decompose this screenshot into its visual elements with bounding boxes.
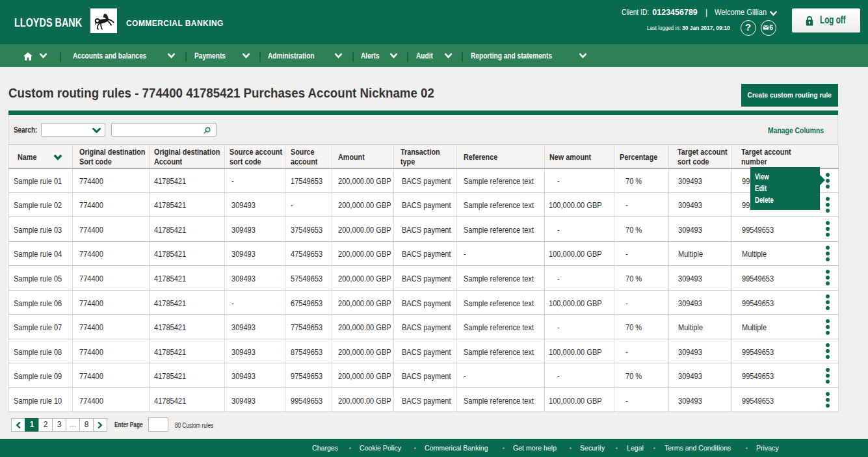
svg-text:6: 6 (769, 23, 773, 31)
